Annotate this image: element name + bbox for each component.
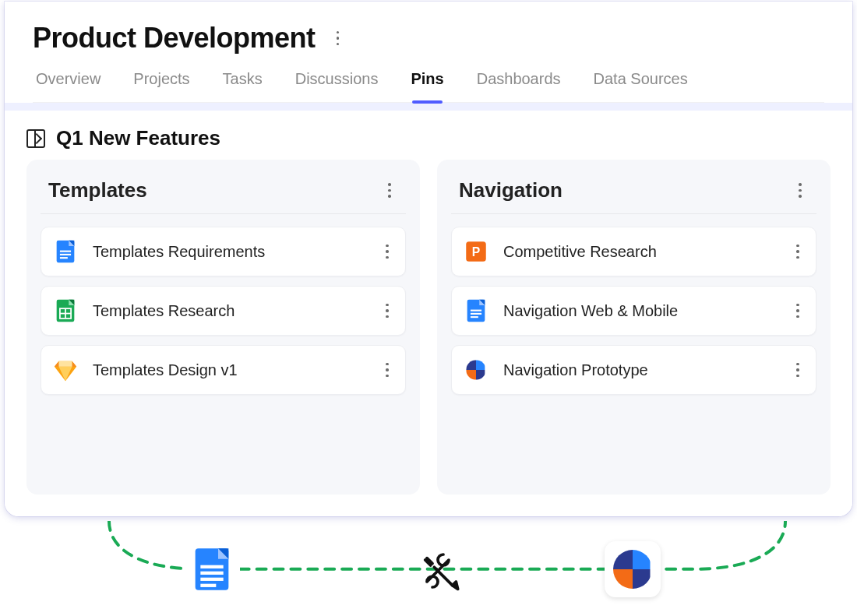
card-header: Templates bbox=[41, 174, 406, 214]
list-item[interactable]: Templates Requirements bbox=[41, 227, 406, 276]
list-item[interactable]: P Competitive Research bbox=[451, 227, 816, 276]
card-title: Templates bbox=[48, 178, 147, 202]
item-menu-button[interactable] bbox=[789, 243, 806, 260]
card-menu-button[interactable] bbox=[792, 182, 809, 199]
page-title: Product Development bbox=[33, 22, 316, 55]
section: Q1 New Features Templates Templates Requ… bbox=[5, 111, 852, 516]
svg-rect-42 bbox=[633, 550, 652, 569]
item-menu-button[interactable] bbox=[789, 302, 806, 319]
item-list: Templates Requirements Templates Researc… bbox=[41, 227, 406, 395]
svg-rect-41 bbox=[613, 550, 633, 569]
collapse-icon[interactable] bbox=[26, 129, 45, 148]
svg-rect-43 bbox=[613, 569, 633, 589]
svg-rect-36 bbox=[200, 578, 223, 581]
list-item[interactable]: Templates Research bbox=[41, 286, 406, 336]
tab-projects[interactable]: Projects bbox=[132, 70, 191, 102]
sketch-icon bbox=[52, 357, 79, 383]
svg-rect-22 bbox=[471, 310, 481, 312]
svg-rect-23 bbox=[471, 313, 481, 315]
svg-rect-34 bbox=[200, 565, 223, 568]
item-label: Templates Requirements bbox=[93, 243, 365, 261]
svg-rect-3 bbox=[60, 251, 71, 252]
svg-rect-35 bbox=[200, 572, 223, 575]
list-item[interactable]: Templates Design v1 bbox=[41, 345, 406, 395]
svg-rect-24 bbox=[471, 316, 478, 318]
svg-rect-30 bbox=[485, 360, 487, 380]
powerpoint-icon: P bbox=[463, 238, 489, 265]
cards-row: Templates Templates Requirements bbox=[23, 160, 834, 495]
tabs: Overview Projects Tasks Discussions Pins… bbox=[33, 70, 824, 103]
item-label: Navigation Prototype bbox=[503, 361, 775, 379]
svg-rect-27 bbox=[476, 360, 486, 370]
card-menu-button[interactable] bbox=[381, 182, 398, 199]
divider-strip bbox=[5, 103, 852, 111]
item-menu-button[interactable] bbox=[379, 243, 396, 260]
svg-marker-16 bbox=[59, 361, 72, 367]
tab-data-sources[interactable]: Data Sources bbox=[592, 70, 689, 102]
card-header: Navigation bbox=[451, 174, 816, 214]
gdoc-icon bbox=[184, 541, 240, 597]
svg-marker-14 bbox=[55, 361, 59, 367]
list-item[interactable]: Navigation Prototype bbox=[451, 345, 816, 395]
app-window: Product Development Overview Projects Ta… bbox=[5, 2, 852, 516]
gdoc-icon bbox=[52, 238, 79, 265]
tab-dashboards[interactable]: Dashboards bbox=[475, 70, 563, 102]
item-label: Templates Research bbox=[93, 302, 365, 320]
section-title: Q1 New Features bbox=[56, 126, 220, 150]
item-list: P Competitive Research Navigation Web & … bbox=[451, 227, 816, 395]
tab-discussions[interactable]: Discussions bbox=[294, 70, 380, 102]
item-menu-button[interactable] bbox=[379, 302, 396, 319]
svg-rect-29 bbox=[476, 370, 486, 380]
footer-illustration bbox=[5, 518, 852, 611]
prototype-icon bbox=[463, 357, 489, 383]
tab-tasks[interactable]: Tasks bbox=[221, 70, 264, 102]
card-templates: Templates Templates Requirements bbox=[26, 160, 420, 495]
svg-marker-15 bbox=[72, 361, 77, 367]
gsheet-icon bbox=[52, 297, 79, 324]
card-title: Navigation bbox=[459, 178, 563, 202]
tab-overview[interactable]: Overview bbox=[34, 70, 102, 102]
list-item[interactable]: Navigation Web & Mobile bbox=[451, 286, 816, 336]
svg-text:P: P bbox=[472, 245, 480, 259]
svg-marker-39 bbox=[453, 582, 458, 589]
tab-pins[interactable]: Pins bbox=[409, 70, 445, 102]
item-label: Competitive Research bbox=[503, 243, 775, 261]
prototype-icon bbox=[605, 541, 661, 597]
svg-rect-26 bbox=[466, 360, 476, 370]
tools-icon bbox=[416, 549, 460, 593]
item-menu-button[interactable] bbox=[379, 361, 396, 378]
item-menu-button[interactable] bbox=[789, 361, 806, 378]
header: Product Development Overview Projects Ta… bbox=[5, 2, 852, 103]
item-label: Templates Design v1 bbox=[93, 361, 365, 379]
svg-rect-37 bbox=[200, 584, 216, 587]
item-label: Navigation Web & Mobile bbox=[503, 302, 775, 320]
svg-rect-4 bbox=[60, 254, 71, 255]
page-menu-button[interactable] bbox=[330, 30, 347, 47]
gdoc-icon bbox=[463, 297, 489, 324]
svg-rect-28 bbox=[466, 370, 476, 380]
svg-rect-5 bbox=[60, 257, 68, 259]
card-navigation: Navigation P Competitive Research bbox=[437, 160, 831, 495]
section-header: Q1 New Features bbox=[23, 126, 834, 160]
svg-rect-45 bbox=[651, 550, 657, 589]
svg-rect-44 bbox=[633, 569, 652, 589]
title-row: Product Development bbox=[33, 22, 824, 55]
